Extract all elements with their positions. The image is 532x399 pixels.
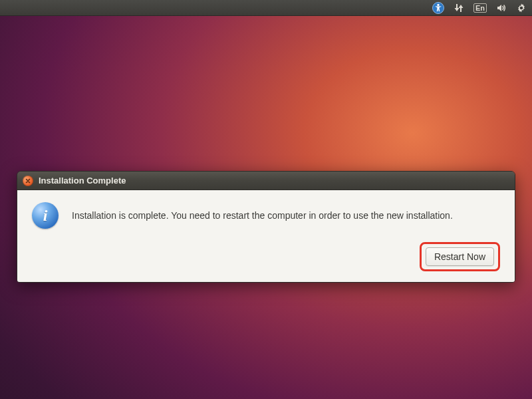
gear-icon[interactable]: [516, 3, 527, 13]
top-panel: En: [0, 0, 532, 16]
restart-now-button[interactable]: Restart Now: [426, 247, 494, 266]
language-indicator[interactable]: En: [473, 3, 487, 13]
svg-point-1: [437, 3, 439, 5]
accessibility-icon[interactable]: [432, 2, 444, 14]
dialog-titlebar[interactable]: Installation Complete: [17, 172, 515, 190]
svg-point-2: [520, 6, 523, 9]
dialog-body: i Installation is complete. You need to …: [17, 190, 515, 282]
info-icon: i: [32, 202, 59, 229]
network-icon[interactable]: [454, 3, 464, 13]
dialog-message-row: i Installation is complete. You need to …: [32, 202, 500, 229]
installation-complete-dialog: Installation Complete i Installation is …: [17, 171, 515, 283]
dialog-title: Installation Complete: [39, 176, 126, 186]
volume-icon[interactable]: [496, 3, 507, 13]
dialog-message: Installation is complete. You need to re…: [72, 210, 453, 221]
dialog-button-row: Restart Now: [32, 242, 500, 271]
restart-button-highlight: Restart Now: [420, 242, 500, 271]
close-button[interactable]: [23, 176, 33, 186]
